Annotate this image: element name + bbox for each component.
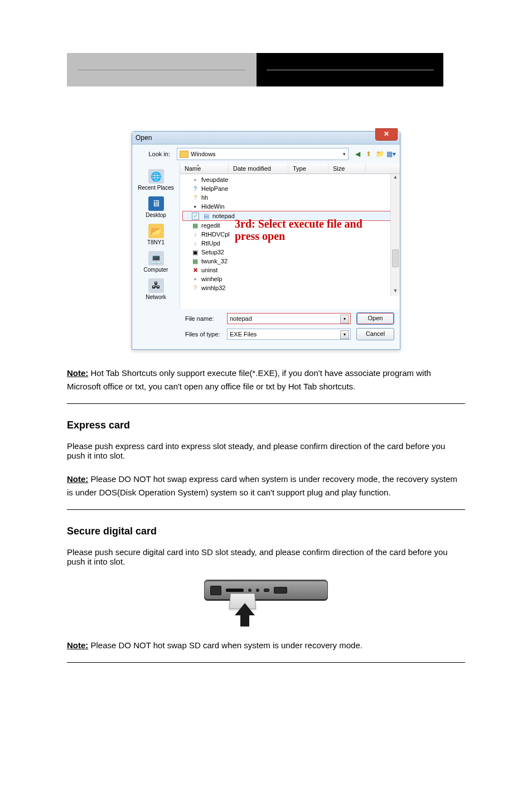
vertical-scrollbar[interactable]: ▲ ▼ — [390, 174, 400, 296]
up-one-level-icon[interactable]: ⬆ — [364, 150, 373, 158]
column-headers[interactable]: Name Date modified Type Size — [180, 163, 400, 174]
express-card-text: Please push express card into express sl… — [67, 441, 465, 460]
views-icon[interactable]: ▦▾ — [386, 150, 395, 158]
file-item[interactable]: ▦twunk_32 — [180, 257, 400, 266]
file-list: ▫fveupdate ?HelpPane ?hh ▪HideWin ✓▤note… — [180, 174, 400, 296]
dialog-title: Open — [136, 134, 152, 142]
place-computer[interactable]: 💻Computer — [132, 251, 180, 273]
arrow-up-icon — [235, 603, 255, 615]
filename-input[interactable]: notepad ▾ — [227, 313, 351, 324]
file-item[interactable]: ▣Setup32 — [180, 248, 400, 257]
scroll-down-icon[interactable]: ▼ — [391, 288, 400, 296]
col-date[interactable]: Date modified — [229, 163, 288, 174]
note-paragraph-2: Note: Please DO NOT hot swap express car… — [67, 473, 465, 499]
note-label: Note: — [67, 640, 88, 650]
chevron-down-icon: ▾ — [343, 151, 346, 157]
scroll-up-icon[interactable]: ▲ — [391, 174, 400, 182]
file-item[interactable]: ▪HideWin — [180, 202, 400, 211]
new-folder-icon[interactable]: 📁 — [375, 150, 384, 158]
section-express-card: Express card — [67, 420, 465, 431]
filetype-dropdown[interactable]: EXE Files ▾ — [227, 329, 351, 340]
port-icon — [248, 589, 252, 592]
sd-card-text: Please push secure digital card into SD … — [67, 547, 465, 566]
file-item[interactable]: ?winhlp32 — [180, 283, 400, 292]
divider — [67, 403, 465, 404]
port-icon — [274, 587, 287, 594]
place-desktop[interactable]: 🖥Desktop — [132, 196, 180, 218]
file-item[interactable]: ▦regedit — [180, 221, 400, 230]
arrow-stem — [240, 615, 249, 626]
file-item[interactable]: ?HelpPane — [180, 184, 400, 193]
sd-slot-icon — [226, 589, 244, 592]
lookin-dropdown[interactable]: Windows ▾ — [177, 148, 349, 160]
header-right-bar — [257, 53, 443, 86]
note-label: Note: — [67, 368, 88, 378]
section-sd-card: Secure digital card — [67, 526, 465, 537]
device-outline — [204, 580, 328, 601]
open-dialog: Open ✕ Look in: Windows ▾ ◀ ⬆ 📁 ▦▾ — [132, 131, 400, 350]
file-item[interactable]: ✖uninst — [180, 266, 400, 274]
place-recent[interactable]: 🌐Recent Places — [132, 169, 180, 191]
cancel-button[interactable]: Cancel — [356, 328, 394, 340]
lookin-value: Windows — [191, 151, 216, 157]
port-icon — [256, 589, 259, 592]
header-left-bar — [67, 53, 257, 86]
lookin-label: Look in: — [137, 151, 172, 157]
file-item-selected[interactable]: ✓▤notepad — [182, 211, 398, 221]
port-icon — [264, 589, 269, 592]
back-icon[interactable]: ◀ — [353, 150, 362, 158]
divider — [67, 662, 465, 663]
place-network[interactable]: 🖧Network — [132, 278, 180, 300]
file-item[interactable]: ♪RtlUpd — [180, 239, 400, 248]
place-user[interactable]: 📂T8NY1 — [132, 224, 180, 245]
col-type[interactable]: Type — [288, 163, 328, 174]
checkbox-icon: ✓ — [192, 213, 199, 220]
folder-icon — [180, 151, 188, 158]
col-size[interactable]: Size — [328, 163, 366, 174]
dialog-titlebar: Open ✕ — [132, 132, 400, 144]
places-bar: 🌐Recent Places 🖥Desktop 📂T8NY1 💻Computer… — [132, 163, 180, 309]
chevron-down-icon[interactable]: ▾ — [340, 330, 349, 339]
scroll-thumb[interactable] — [392, 249, 399, 267]
col-name[interactable]: Name — [180, 163, 229, 174]
sd-insert-illustration — [199, 580, 333, 626]
divider — [67, 509, 465, 510]
note-label: Note: — [67, 474, 88, 484]
note-paragraph-1: Note: Hot Tab Shortcuts only support exe… — [67, 367, 465, 393]
open-button[interactable]: Open — [356, 312, 394, 325]
file-item[interactable]: ▫winhelp — [180, 274, 400, 283]
open-dialog-screenshot: Open ✕ Look in: Windows ▾ ◀ ⬆ 📁 ▦▾ — [0, 131, 532, 350]
file-item[interactable]: ▫fveupdate — [180, 175, 400, 184]
filename-label: File name: — [185, 315, 221, 322]
page-header — [0, 53, 532, 86]
lan-port-icon — [210, 586, 221, 595]
file-item[interactable]: ?hh — [180, 193, 400, 202]
file-item[interactable]: ♪RtHDVCpl — [180, 230, 400, 239]
chevron-down-icon[interactable]: ▾ — [340, 315, 349, 324]
note-paragraph-3: Note: Please DO NOT hot swap SD card whe… — [67, 639, 465, 652]
filetype-label: Files of type: — [185, 331, 221, 338]
close-button[interactable]: ✕ — [375, 128, 398, 141]
